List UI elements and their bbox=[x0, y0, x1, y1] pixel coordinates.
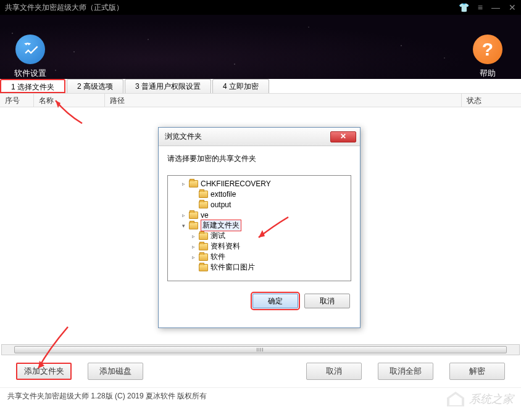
add-disk-button[interactable]: 添加磁盘 bbox=[88, 363, 143, 380]
col-path: 路径 bbox=[105, 94, 462, 107]
tree-item[interactable]: ▹资料资料 bbox=[168, 241, 351, 252]
help-icon: ? bbox=[473, 35, 502, 64]
folder-tree[interactable]: ▹CHKFIlERECOVERYexttofileoutput▹ve▾新建文件夹… bbox=[167, 175, 351, 281]
dialog-subtitle: 请选择要加密的共享文件夹 bbox=[159, 146, 360, 168]
settings-button[interactable]: 软件设置 bbox=[14, 35, 46, 79]
close-icon[interactable]: ✕ bbox=[509, 2, 516, 12]
tree-item[interactable]: 软件窗口图片 bbox=[168, 262, 351, 273]
dialog-close-button[interactable]: ✕ bbox=[330, 131, 356, 142]
theme-icon[interactable]: 👕 bbox=[459, 2, 469, 12]
tree-item[interactable]: ▹软件 bbox=[168, 252, 351, 262]
watermark: 系统之家 bbox=[446, 390, 514, 408]
add-folder-button[interactable]: 添加文件夹 bbox=[16, 363, 72, 380]
dialog-cancel-button[interactable]: 取消 bbox=[304, 294, 350, 308]
col-number: 序号 bbox=[0, 94, 34, 107]
help-label: 帮助 bbox=[473, 68, 502, 79]
tree-item[interactable]: exttofile bbox=[168, 189, 351, 199]
watermark-text: 系统之家 bbox=[469, 392, 514, 406]
tab-permissions[interactable]: 3 普通用户权限设置 bbox=[125, 79, 211, 93]
minimize-icon[interactable]: — bbox=[491, 2, 500, 12]
titlebar-controls: 👕 ≡ — ✕ bbox=[459, 2, 516, 12]
help-button[interactable]: ? 帮助 bbox=[473, 35, 502, 79]
dialog-title: 浏览文件夹 bbox=[162, 131, 330, 142]
titlebar: 共享文件夹加密超级大师（正式版） 👕 ≡ — ✕ bbox=[0, 0, 521, 15]
tab-advanced[interactable]: 2 高级选项 bbox=[67, 79, 123, 93]
menu-icon[interactable]: ≡ bbox=[478, 2, 483, 12]
table-header: 序号 名称 路径 状态 bbox=[0, 94, 521, 107]
cancel-button[interactable]: 取消 bbox=[306, 363, 362, 380]
status-bar: 共享文件夹加密超级大师 1.28版 (C) 2019 夏冰软件 版权所有 bbox=[0, 387, 521, 403]
tree-item[interactable]: output bbox=[168, 199, 351, 210]
tab-select-folder[interactable]: 1 选择文件夹 bbox=[0, 79, 65, 93]
dialog-titlebar: 浏览文件夹 ✕ bbox=[159, 128, 360, 146]
tab-encrypt[interactable]: 4 立即加密 bbox=[212, 79, 269, 93]
cancel-all-button[interactable]: 取消全部 bbox=[378, 363, 433, 380]
settings-icon bbox=[15, 35, 45, 64]
tree-item[interactable]: ▾新建文件夹 bbox=[168, 220, 351, 231]
main-toolbar: 软件设置 ? 帮助 bbox=[0, 15, 521, 79]
horizontal-scrollbar[interactable] bbox=[1, 344, 520, 355]
dialog-buttons: 确定 取消 bbox=[159, 289, 360, 313]
action-bar: 添加文件夹 添加磁盘 取消 取消全部 解密 bbox=[0, 355, 521, 387]
browse-folder-dialog: 浏览文件夹 ✕ 请选择要加密的共享文件夹 ▹CHKFIlERECOVERYext… bbox=[158, 127, 361, 328]
tree-item[interactable]: ▹CHKFIlERECOVERY bbox=[168, 178, 351, 189]
window-title: 共享文件夹加密超级大师（正式版） bbox=[5, 2, 459, 13]
dialog-ok-button[interactable]: 确定 bbox=[252, 294, 298, 308]
wizard-tabs: 1 选择文件夹 2 高级选项 3 普通用户权限设置 4 立即加密 bbox=[0, 79, 521, 94]
col-name: 名称 bbox=[34, 94, 105, 107]
tree-item[interactable]: ▹ve bbox=[168, 210, 351, 220]
col-status: 状态 bbox=[462, 94, 521, 107]
decrypt-button[interactable]: 解密 bbox=[449, 363, 505, 380]
settings-label: 软件设置 bbox=[14, 68, 46, 79]
scrollbar-thumb[interactable] bbox=[14, 346, 507, 353]
tree-item[interactable]: ▹测试 bbox=[168, 231, 351, 241]
